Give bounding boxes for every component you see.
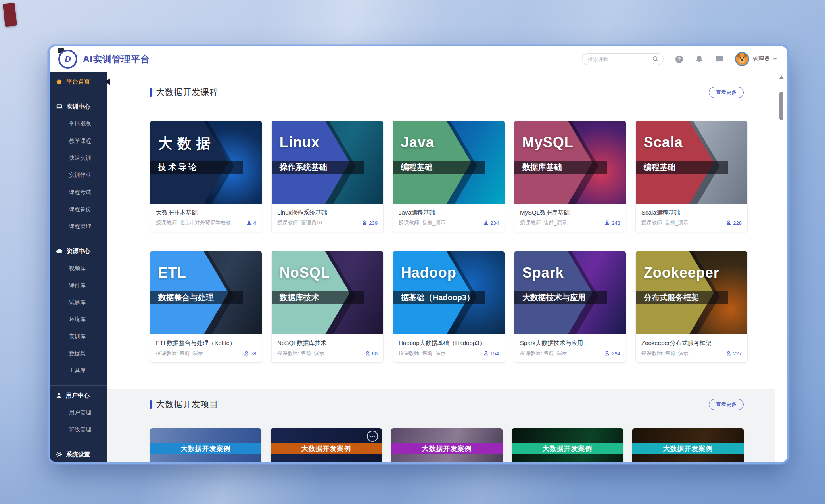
course-title: Spark大数据技术与应用 xyxy=(514,334,626,350)
course-card-bigdata[interactable]: 技 术 导 论大 数 据大数据技术基础授课教师: 北京市对外贸易学校教...4 xyxy=(150,121,262,232)
course-card-scala[interactable]: 编程基础ScalaScala编程基础授课教师: 售前_演示228 xyxy=(635,121,748,232)
course-cover-java: 编程基础Java xyxy=(393,121,505,204)
sidebar-item-home[interactable]: 平台首页 xyxy=(50,73,107,90)
course-card-nosql[interactable]: 数据库技术NoSQLNoSQL数据库技术授课教师: 售前_演示60 xyxy=(271,251,384,363)
sidebar-subitem-training-homework[interactable]: 实训作业 xyxy=(50,167,107,184)
projects-more-button[interactable]: 查看更多 xyxy=(709,399,744,410)
course-title: Linux操作系统基础 xyxy=(272,204,383,219)
sidebar-subitem-course-management[interactable]: 课程管理 xyxy=(50,218,107,235)
search-icon[interactable] xyxy=(652,56,659,64)
cover-subtitle: 编程基础 xyxy=(393,161,485,174)
student-count-number: 227 xyxy=(733,351,742,356)
course-card-hadoop[interactable]: 据基础（Hadoop3）HadoopHadoop大数据基础（Hadoop3）授课… xyxy=(393,251,505,363)
project-card-case-5[interactable]: 大数据开发案例 xyxy=(632,428,744,462)
cover-subtitle: 据基础（Hadoop3） xyxy=(393,291,485,304)
sidebar-divider xyxy=(50,97,107,97)
course-cover-etl: 数据整合与处理ETL xyxy=(150,251,262,334)
course-title: ETL数据整合与处理（Kettle） xyxy=(150,334,262,350)
student-count-number: 60 xyxy=(372,351,378,356)
sidebar-item-resource-center[interactable]: 资源中心 xyxy=(50,242,107,260)
sidebar-subitem-question-library[interactable]: 试题库 xyxy=(50,294,107,311)
cover-subtitle: 分布式服务框架 xyxy=(636,291,728,304)
course-card-mysql[interactable]: 数据库基础MySQLMySQL数据库基础授课教师: 售前_演示243 xyxy=(514,121,626,232)
sidebar-subitem-training-library[interactable]: 实训库 xyxy=(50,328,107,345)
course-cover-spark: 大数据技术与应用Spark xyxy=(514,251,626,334)
project-cover-case-4: 大数据开发案例 xyxy=(512,428,623,462)
section-accent-bar xyxy=(150,400,152,409)
sidebar-item-training-center[interactable]: 实训中心 xyxy=(50,98,107,115)
sidebar-subitem-courseware-library[interactable]: 课件库 xyxy=(50,277,107,294)
sidebar-subitem-teaching-courses[interactable]: 教学课程 xyxy=(50,132,107,149)
sidebar-item-user-center[interactable]: 用户中心 xyxy=(50,387,107,404)
course-card-zookeeper[interactable]: 分布式服务框架ZookeeperZookeeper分布式服务框架授课教师: 售前… xyxy=(635,251,748,363)
student-count: 243 xyxy=(604,220,620,226)
person-outline-icon xyxy=(246,220,252,226)
sidebar-subitem-video-library[interactable]: 视频库 xyxy=(50,260,107,277)
search-input[interactable] xyxy=(582,53,664,65)
sidebar-subitem-course-backup[interactable]: 课程备份 xyxy=(50,201,107,218)
sidebar-item-label: 系统设置 xyxy=(66,451,90,458)
course-card-java[interactable]: 编程基础JavaJava编程基础授课教师: 售前_演示234 xyxy=(393,121,505,232)
project-card-case-3[interactable]: 大数据开发案例 xyxy=(391,428,503,462)
course-teacher: 授课教师: 售前_演示 xyxy=(399,350,445,357)
header-actions: ? 管理员 xyxy=(582,52,777,66)
person-outline-icon xyxy=(726,220,731,226)
student-count: 239 xyxy=(362,220,378,226)
scroll-up-arrow-icon[interactable] xyxy=(779,75,784,79)
sidebar-subitem-tool-library[interactable]: 工具库 xyxy=(50,362,107,379)
course-teacher: 授课教师: 售前_演示 xyxy=(520,350,567,357)
courses-more-button[interactable]: 查看更多 xyxy=(709,87,744,98)
chat-icon[interactable] xyxy=(715,54,724,64)
sidebar-subitem-class-management[interactable]: 班级管理 xyxy=(50,421,107,438)
course-card-row-2: 数据整合与处理ETLETL数据整合与处理（Kettle）授课教师: 售前_演示5… xyxy=(150,251,744,363)
sidebar-item-label: 用户中心 xyxy=(66,392,90,399)
laptop-icon xyxy=(56,103,63,111)
avatar[interactable] xyxy=(735,52,749,66)
main-content: 大数据开发课程 查看更多 技 术 导 论大 数 据大数据技术基础授课教师: 北京… xyxy=(107,72,787,462)
course-cover-linux: 操作系统基础Linux xyxy=(272,121,383,204)
cover-subtitle: 技 术 导 论 xyxy=(150,161,243,174)
course-cover-bigdata: 技 术 导 论大 数 据 xyxy=(150,121,262,204)
course-title: Scala编程基础 xyxy=(636,204,747,219)
course-cover-hadoop: 据基础（Hadoop3）Hadoop xyxy=(393,251,505,334)
desktop: { "header": { "app_title": "AI实训管理平台", "… xyxy=(0,0,825,504)
scrollbar[interactable] xyxy=(775,72,787,462)
user-menu[interactable]: 管理员 xyxy=(735,52,777,66)
sidebar-subitem-course-exams[interactable]: 课程考试 xyxy=(50,184,107,201)
course-meta: 授课教师: 售前_演示227 xyxy=(636,350,747,362)
username: 管理员 xyxy=(753,56,769,63)
course-meta: 授课教师: 北京市对外贸易学校教...4 xyxy=(150,219,262,232)
project-card-case-2[interactable]: •••大数据开发案例 xyxy=(271,428,382,462)
person-outline-icon xyxy=(604,220,610,226)
projects-section-title: 大数据开发项目 xyxy=(156,399,219,410)
sidebar-subitem-datasets[interactable]: 数据集 xyxy=(50,345,107,362)
course-card-spark[interactable]: 大数据技术与应用SparkSpark大数据技术与应用授课教师: 售前_演示294 xyxy=(514,251,626,363)
project-card-case-4[interactable]: 大数据开发案例 xyxy=(512,428,623,462)
project-card-case-1[interactable]: 大数据开发案例 xyxy=(150,428,261,462)
sidebar-item-system-settings[interactable]: 系统设置 xyxy=(50,446,107,462)
project-cover-case-1: 大数据开发案例 xyxy=(150,428,261,462)
sidebar-subitem-environment-library[interactable]: 环境库 xyxy=(50,311,107,328)
student-count-number: 243 xyxy=(612,220,620,226)
help-icon[interactable]: ? xyxy=(674,54,684,64)
student-count-number: 58 xyxy=(251,351,256,356)
cover-title: MySQL xyxy=(522,134,574,151)
course-card-etl[interactable]: 数据整合与处理ETLETL数据整合与处理（Kettle）授课教师: 售前_演示5… xyxy=(150,251,262,363)
scrollbar-thumb[interactable] xyxy=(779,92,783,120)
sidebar-divider xyxy=(50,385,107,386)
bell-icon[interactable] xyxy=(695,54,704,64)
project-band-label: 大数据开发案例 xyxy=(512,443,623,454)
course-meta: 授课教师: 售前_演示243 xyxy=(514,219,626,232)
course-card-linux[interactable]: 操作系统基础LinuxLinux操作系统基础授课教师: 管理员10239 xyxy=(271,121,384,232)
course-cover-nosql: 数据库技术NoSQL xyxy=(272,251,383,334)
person-outline-icon xyxy=(362,220,367,226)
course-card-row-1: 技 术 导 论大 数 据大数据技术基础授课教师: 北京市对外贸易学校教...4操… xyxy=(150,121,744,232)
cover-title: NoSQL xyxy=(280,264,330,281)
sidebar-subitem-study-overview[interactable]: 学情概览 xyxy=(50,115,107,132)
project-cover-case-2: •••大数据开发案例 xyxy=(271,428,382,462)
sidebar-subitem-quick-training[interactable]: 快速实训 xyxy=(50,149,107,167)
app-header: D AI实训管理平台 ? 管理员 xyxy=(50,46,787,72)
cloud-icon xyxy=(56,247,63,255)
sidebar-subitem-user-management[interactable]: 用户管理 xyxy=(50,404,107,421)
course-teacher: 授课教师: 售前_演示 xyxy=(399,219,445,226)
